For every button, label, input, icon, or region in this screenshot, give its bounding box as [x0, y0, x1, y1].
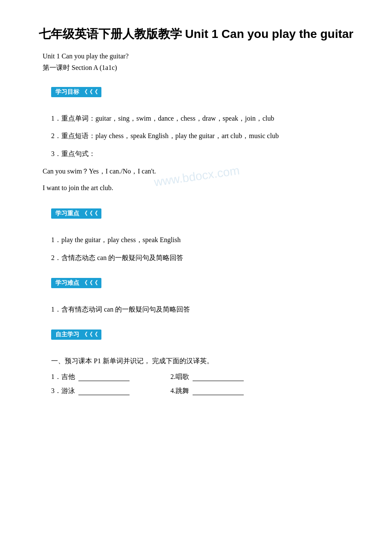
chevron-self-study: 《《《	[82, 331, 97, 338]
subtitle-section: 第一课时 Section A (1a1c)	[34, 64, 358, 72]
objective-item-3: 3．重点句式：	[34, 148, 358, 159]
difficulty-item-1: 1．含有情态动词 can 的一般疑问句及简略回答	[34, 304, 358, 315]
page-title: 七年级英语下册人教版教学 Unit 1 Can you play the gui…	[34, 26, 358, 42]
sentence-1: Can you swim？Yes，I can./No，I can't. www.…	[34, 165, 358, 178]
chevron-difficulty: 《《《	[82, 279, 97, 287]
objective-item-1: 1．重点单词：guitar，sing，swim，dance，chess，draw…	[34, 113, 358, 124]
objective-item-2: 2．重点短语：play chess，speak English，play the…	[34, 130, 358, 142]
key-point-item-1: 1．play the guitar，play chess，speak Engli…	[34, 234, 358, 246]
vocab-row-1: 1．吉他 2.唱歌	[34, 373, 358, 382]
sentence-2: I want to join the art club.	[34, 182, 358, 194]
badge-difficulty: 学习难点 《《《	[51, 278, 101, 288]
vocab-item-guitar: 1．吉他	[51, 373, 145, 382]
fill-blank-dance[interactable]	[193, 387, 244, 395]
chevron-key-points: 《《《	[82, 210, 97, 217]
vocab-item-swim: 3．游泳	[51, 387, 145, 396]
fill-blank-swim[interactable]	[78, 387, 130, 395]
badge-self-study: 自主学习 《《《	[51, 330, 101, 340]
vocab-item-dance: 4.跳舞	[170, 387, 264, 396]
key-point-item-2: 2．含情态动态 can 的一般疑问句及简略回答	[34, 252, 358, 263]
subtitle-unit: Unit 1 Can you play the guitar?	[34, 52, 358, 60]
fill-blank-sing[interactable]	[193, 373, 244, 381]
vocab-item-sing: 2.唱歌	[170, 373, 264, 382]
badge-key-points: 学习重点 《《《	[51, 208, 101, 219]
vocab-row-2: 3．游泳 4.跳舞	[34, 387, 358, 396]
badge-objective: 学习目标 《《《	[51, 87, 101, 97]
fill-blank-guitar[interactable]	[78, 373, 130, 381]
self-study-intro: 一、预习课本 P1 新单词并识记， 完成下面的汉译英。	[34, 355, 358, 367]
chevron-objective: 《《《	[82, 88, 97, 96]
